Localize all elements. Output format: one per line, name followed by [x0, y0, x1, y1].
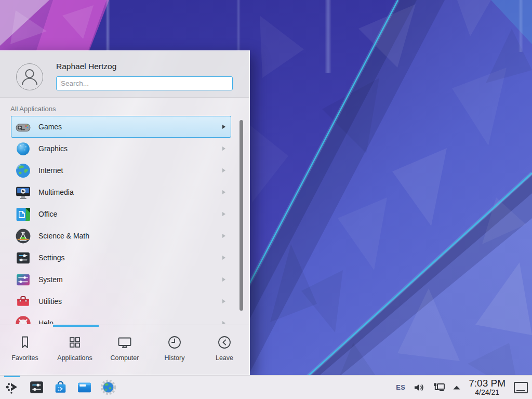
- category-label: Office: [38, 210, 57, 218]
- system-settings-icon: [28, 379, 45, 396]
- search-input[interactable]: Search...: [56, 76, 233, 90]
- tab-label: Favorites: [11, 354, 38, 362]
- search-placeholder: Search...: [61, 79, 89, 87]
- discover-button[interactable]: [52, 379, 69, 396]
- tab-leave[interactable]: Leave: [200, 327, 249, 375]
- submenu-arrow-icon: [222, 277, 225, 282]
- applications-icon: [67, 335, 83, 350]
- system-icon: [15, 271, 32, 288]
- submenu-arrow-icon: [222, 125, 225, 129]
- desktop: Raphael Hertzog Search... All Applicatio…: [0, 0, 532, 399]
- help-icon: [15, 315, 32, 325]
- taskbar-apps: [4, 379, 117, 396]
- category-internet[interactable]: Internet: [11, 159, 231, 181]
- graphics-icon: [15, 140, 32, 157]
- dolphin-folder-icon: [76, 379, 93, 396]
- category-label: Graphics: [38, 144, 68, 153]
- science-icon: [15, 228, 32, 245]
- games-icon: [15, 118, 32, 136]
- category-label: Help: [38, 319, 54, 324]
- category-label: Games: [38, 123, 62, 131]
- launcher-tab-bar: Favorites Applications C: [0, 327, 249, 375]
- system-settings-button[interactable]: [28, 379, 45, 396]
- tab-favorites[interactable]: Favorites: [0, 327, 50, 375]
- category-help[interactable]: Help: [11, 312, 231, 324]
- category-label: Utilities: [38, 297, 62, 305]
- web-browser-icon: [100, 379, 117, 396]
- clock-date: 4/24/21: [469, 389, 506, 396]
- tab-applications[interactable]: Applications: [50, 327, 100, 375]
- tab-history[interactable]: History: [150, 327, 200, 375]
- category-science-math[interactable]: Science & Math: [11, 225, 231, 247]
- text-cursor: [60, 79, 60, 87]
- internet-icon: [15, 162, 32, 179]
- category-utilities[interactable]: Utilities: [11, 290, 231, 312]
- category-games[interactable]: Games: [11, 116, 231, 138]
- discover-icon: [52, 379, 69, 396]
- submenu-arrow-icon: [222, 147, 225, 151]
- launcher-header: Raphael Hertzog Search...: [0, 51, 249, 98]
- category-system[interactable]: System: [11, 269, 231, 290]
- leave-icon: [217, 335, 232, 350]
- application-launcher-button[interactable]: [4, 379, 21, 396]
- history-icon: [167, 335, 182, 350]
- tab-label: History: [165, 354, 185, 362]
- category-label: Settings: [38, 254, 65, 262]
- taskbar-panel: ES 7:03 PM: [0, 375, 532, 399]
- application-launcher-menu: Raphael Hertzog Search... All Applicatio…: [0, 50, 250, 375]
- network-icon[interactable]: [432, 381, 446, 394]
- category-office[interactable]: Office: [11, 203, 231, 225]
- computer-icon: [117, 335, 132, 350]
- user-icon: [17, 64, 43, 90]
- office-icon: [15, 206, 32, 223]
- web-browser-button[interactable]: [100, 379, 117, 396]
- submenu-arrow-icon: [222, 212, 225, 216]
- section-label: All Applications: [10, 105, 56, 113]
- category-label: Internet: [38, 166, 63, 175]
- volume-icon[interactable]: [413, 381, 425, 394]
- tab-label: Leave: [216, 354, 233, 362]
- submenu-arrow-icon: [222, 299, 225, 303]
- kickoff-icon: [4, 379, 21, 396]
- tab-label: Computer: [111, 354, 139, 362]
- file-manager-button[interactable]: [76, 379, 93, 396]
- tabbar-separator: [0, 325, 249, 325]
- clock-time: 7:03 PM: [469, 378, 506, 389]
- system-tray: ES 7:03 PM: [396, 378, 528, 397]
- tab-label: Applications: [57, 354, 92, 362]
- category-settings[interactable]: Settings: [11, 247, 231, 269]
- category-list: Games Graphics: [11, 116, 231, 324]
- submenu-arrow-icon: [222, 234, 225, 238]
- submenu-arrow-icon: [222, 256, 225, 260]
- favorites-icon: [17, 335, 33, 350]
- submenu-arrow-icon: [222, 190, 225, 194]
- submenu-arrow-icon: [222, 321, 225, 324]
- submenu-arrow-icon: [222, 168, 225, 172]
- category-multimedia[interactable]: Multimedia: [11, 181, 231, 203]
- launcher-active-indicator: [4, 376, 20, 377]
- category-graphics[interactable]: Graphics: [11, 138, 231, 159]
- category-label: Multimedia: [38, 188, 74, 196]
- tab-computer[interactable]: Computer: [100, 327, 150, 375]
- expand-tray-icon[interactable]: [453, 385, 460, 390]
- settings-icon: [15, 249, 32, 267]
- keyboard-layout-indicator[interactable]: ES: [396, 383, 405, 391]
- category-label: Science & Math: [38, 232, 89, 240]
- category-label: System: [38, 275, 63, 284]
- scrollbar[interactable]: [240, 120, 243, 311]
- user-name: Raphael Hertzog: [56, 62, 116, 71]
- show-desktop-button[interactable]: [514, 382, 528, 393]
- utilities-icon: [15, 293, 32, 310]
- user-avatar: [16, 63, 43, 90]
- multimedia-icon: [15, 184, 32, 201]
- digital-clock[interactable]: 7:03 PM 4/24/21: [469, 378, 506, 397]
